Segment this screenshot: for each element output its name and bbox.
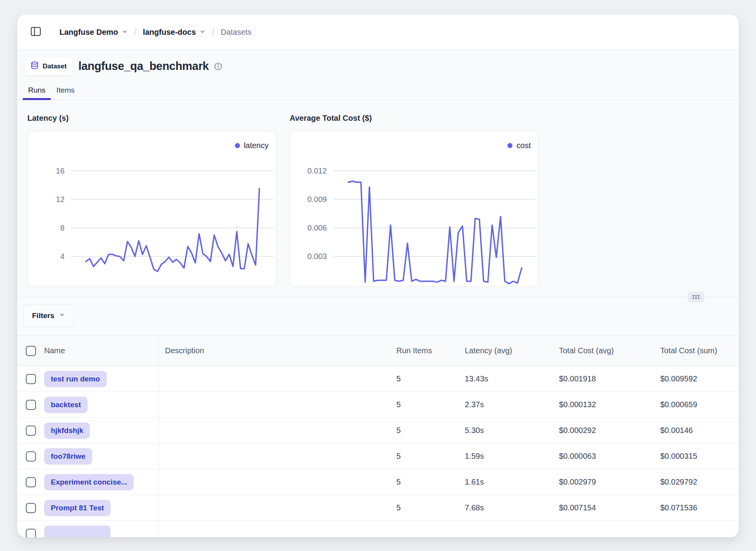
latency-avg-cell: 1.61s bbox=[462, 469, 556, 495]
row-checkbox[interactable] bbox=[26, 477, 36, 487]
sidebar-toggle-button[interactable] bbox=[29, 25, 42, 39]
column-header-total-cost-avg[interactable]: Total Cost (avg) bbox=[559, 346, 614, 355]
total-cost-avg-cell bbox=[556, 521, 657, 537]
latency-chart: 161284 latency bbox=[27, 131, 276, 287]
breadcrumb-item[interactable]: langfuse-docs bbox=[143, 28, 206, 37]
run-items-cell: 5 bbox=[393, 418, 462, 443]
latency-avg-cell: 2.37s bbox=[462, 392, 556, 417]
run-items-cell: 5 bbox=[393, 495, 462, 521]
latency-avg-cell: 1.59s bbox=[462, 444, 556, 469]
run-description-cell bbox=[159, 444, 393, 469]
run-name-pill[interactable]: backtest bbox=[44, 397, 88, 413]
dataset-title-row: Dataset langfuse_qa_benchmark bbox=[17, 50, 739, 75]
run-description-cell bbox=[159, 418, 393, 443]
column-header-description[interactable]: Description bbox=[165, 346, 204, 355]
database-icon bbox=[30, 61, 39, 72]
row-checkbox[interactable] bbox=[26, 400, 36, 410]
table-row[interactable]: test run demo513.43s$0.001918$0.009592 bbox=[17, 366, 739, 392]
run-description-cell bbox=[159, 495, 393, 521]
total-cost-avg-cell: $0.000292 bbox=[556, 418, 657, 443]
y-axis-tick-label: 8 bbox=[60, 224, 64, 232]
row-checkbox[interactable] bbox=[26, 426, 36, 436]
table-row[interactable]: hjkfdshjk55.30s$0.000292$0.00146 bbox=[17, 418, 739, 444]
table-row[interactable] bbox=[17, 521, 739, 537]
row-checkbox-cell bbox=[17, 366, 39, 392]
table-row[interactable]: foo78riwe51.59s$0.000063$0.000315 bbox=[17, 444, 739, 469]
run-name-cell: foo78riwe bbox=[39, 444, 159, 469]
breadcrumb-section[interactable]: Datasets bbox=[220, 28, 251, 37]
dataset-badge: Dataset bbox=[24, 57, 72, 75]
run-name-pill[interactable]: Prompt 81 Test bbox=[44, 500, 111, 516]
tab-items[interactable]: Items bbox=[51, 86, 80, 100]
row-checkbox[interactable] bbox=[26, 529, 36, 538]
latency-legend: latency bbox=[235, 141, 269, 150]
chevron-down-icon bbox=[59, 311, 65, 320]
table-row[interactable]: Prompt 81 Test57.68s$0.007154$0.071536 bbox=[17, 495, 739, 521]
total-cost-avg-cell: $0.007154 bbox=[556, 495, 657, 521]
chevron-down-icon bbox=[199, 28, 206, 37]
latency-chart-title: Latency (s) bbox=[27, 114, 276, 123]
breadcrumb-project[interactable]: Langfuse Demo bbox=[59, 28, 128, 37]
column-header-latency-avg[interactable]: Latency (avg) bbox=[465, 346, 512, 355]
runs-table: Name Description Run Items Latency (avg)… bbox=[17, 335, 739, 537]
y-axis-tick-label: 0.009 bbox=[307, 195, 327, 204]
breadcrumb-item-label: langfuse-docs bbox=[143, 28, 196, 37]
page-title: langfuse_qa_benchmark bbox=[78, 60, 209, 73]
total-cost-sum-cell: $0.071536 bbox=[657, 495, 739, 521]
run-name-cell: Prompt 81 Test bbox=[39, 495, 159, 521]
run-items-cell: 5 bbox=[393, 444, 462, 469]
select-all-checkbox[interactable] bbox=[26, 346, 36, 356]
column-header-name[interactable]: Name bbox=[44, 346, 65, 355]
cost-legend: cost bbox=[507, 141, 531, 150]
filters-button[interactable]: Filters bbox=[23, 304, 74, 327]
cost-chart-title: Average Total Cost ($) bbox=[290, 114, 539, 123]
row-checkbox[interactable] bbox=[26, 451, 36, 462]
charts-row: Latency (s) 161284 latency Average Total… bbox=[17, 100, 739, 287]
breadcrumb-section-label: Datasets bbox=[220, 28, 251, 37]
run-description-cell bbox=[159, 469, 393, 495]
legend-dot-icon bbox=[507, 143, 512, 148]
y-axis-tick-label: 0.006 bbox=[307, 224, 327, 232]
run-description-cell bbox=[159, 366, 393, 392]
row-checkbox[interactable] bbox=[26, 503, 36, 513]
row-checkbox-cell bbox=[17, 495, 39, 521]
run-name-pill[interactable]: Experiment concise... bbox=[44, 474, 134, 490]
tabs: Runs Items bbox=[17, 86, 739, 100]
row-checkbox[interactable] bbox=[26, 374, 36, 384]
latency-avg-cell: 7.68s bbox=[462, 495, 556, 521]
column-header-run-items[interactable]: Run Items bbox=[396, 346, 432, 355]
table-row[interactable]: Experiment concise...51.61s$0.002979$0.0… bbox=[17, 469, 739, 495]
page-body: Dataset langfuse_qa_benchmark Runs Items… bbox=[17, 50, 739, 537]
run-name-pill[interactable]: hjkfdshjk bbox=[44, 422, 90, 439]
total-cost-sum-cell: $0.000659 bbox=[657, 392, 739, 417]
run-name-pill[interactable] bbox=[44, 526, 111, 538]
run-name-cell: Experiment concise... bbox=[39, 469, 159, 495]
latency-avg-cell: 5.30s bbox=[462, 418, 556, 443]
table-row[interactable]: backtest52.37s$0.000132$0.000659 bbox=[17, 392, 739, 418]
column-header-total-cost-sum[interactable]: Total Cost (sum) bbox=[660, 346, 717, 355]
legend-label: cost bbox=[516, 141, 531, 150]
chevron-down-icon bbox=[122, 28, 128, 37]
breadcrumb-project-label: Langfuse Demo bbox=[59, 28, 118, 37]
latency-avg-cell bbox=[462, 521, 556, 537]
row-checkbox-cell bbox=[17, 469, 39, 495]
dataset-badge-label: Dataset bbox=[43, 63, 66, 70]
run-name-pill[interactable]: foo78riwe bbox=[44, 448, 92, 465]
y-axis-tick-label: 16 bbox=[56, 166, 64, 175]
run-items-cell bbox=[393, 521, 462, 537]
drag-handle[interactable] bbox=[688, 292, 704, 302]
row-checkbox-cell bbox=[17, 444, 39, 469]
filters-button-label: Filters bbox=[32, 311, 54, 320]
total-cost-sum-cell: $0.029792 bbox=[657, 469, 739, 495]
cost-line-plot: 0.0120.0090.0060.003 bbox=[290, 131, 538, 286]
top-bar: Langfuse Demo / langfuse-docs / Datasets bbox=[17, 14, 739, 50]
cost-series-line bbox=[348, 181, 522, 284]
info-icon[interactable] bbox=[214, 62, 222, 71]
run-name-cell: backtest bbox=[39, 392, 159, 417]
table-header-row: Name Description Run Items Latency (avg)… bbox=[17, 336, 739, 366]
row-checkbox-cell bbox=[17, 392, 39, 417]
cost-chart-block: Average Total Cost ($) 0.0120.0090.0060.… bbox=[290, 114, 539, 287]
run-name-pill[interactable]: test run demo bbox=[44, 371, 107, 387]
breadcrumb-separator: / bbox=[212, 27, 214, 38]
tab-runs[interactable]: Runs bbox=[23, 86, 51, 100]
